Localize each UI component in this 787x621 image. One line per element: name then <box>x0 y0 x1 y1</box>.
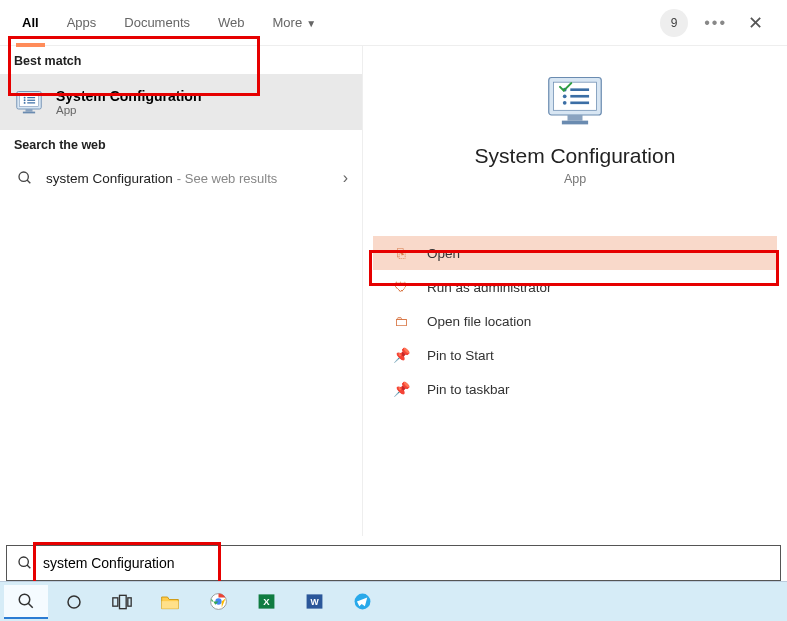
details-header: System Configuration App <box>363 66 787 186</box>
svg-rect-8 <box>27 100 35 101</box>
svg-rect-30 <box>162 601 179 609</box>
svg-rect-19 <box>570 88 589 91</box>
svg-text:X: X <box>263 596 270 607</box>
details-title: System Configuration <box>475 144 676 168</box>
results-panel: Best match System Configuration <box>0 46 363 536</box>
best-match-header: Best match <box>0 46 362 74</box>
svg-point-17 <box>563 94 567 98</box>
search-icon <box>17 555 33 571</box>
topbar-right: 9 ••• ✕ <box>660 9 779 37</box>
svg-point-24 <box>19 594 30 605</box>
action-open[interactable]: ⎘ Open <box>373 236 777 270</box>
chevron-right-icon: › <box>343 169 348 187</box>
search-icon <box>14 163 36 193</box>
search-web-header: Search the web <box>0 130 362 158</box>
tab-more[interactable]: More▼ <box>259 0 331 46</box>
pin-icon: 📌 <box>391 347 411 363</box>
chevron-down-icon: ▼ <box>306 18 316 29</box>
result-text: System Configuration App <box>56 88 201 116</box>
action-file-loc-label: Open file location <box>427 314 531 329</box>
taskbar-excel[interactable]: X <box>244 585 288 619</box>
action-open-label: Open <box>427 246 460 261</box>
web-suffix: - See web results <box>177 171 277 186</box>
result-subtitle: App <box>56 104 201 116</box>
action-pin-taskbar[interactable]: 📌 Pin to taskbar <box>373 372 777 406</box>
result-title: System Configuration <box>56 88 201 104</box>
details-panel: System Configuration App ⎘ Open 🛡 Run as… <box>363 46 787 536</box>
web-result-row[interactable]: system Configuration - See web results › <box>0 158 362 198</box>
filter-tabs: All Apps Documents Web More▼ <box>8 0 330 46</box>
pin-icon: 📌 <box>391 381 411 397</box>
taskbar-file-explorer[interactable] <box>148 585 192 619</box>
svg-rect-15 <box>562 121 588 125</box>
action-run-admin[interactable]: 🛡 Run as administrator <box>373 270 777 304</box>
search-topbar: All Apps Documents Web More▼ 9 ••• ✕ <box>0 0 787 46</box>
msconfig-icon <box>14 87 44 117</box>
details-subtitle: App <box>564 172 586 186</box>
svg-rect-21 <box>570 102 589 105</box>
svg-point-26 <box>68 596 80 608</box>
tab-more-label: More <box>273 15 303 30</box>
svg-line-25 <box>28 603 33 608</box>
action-pin-taskbar-label: Pin to taskbar <box>427 382 510 397</box>
more-options-button[interactable]: ••• <box>704 14 727 32</box>
main-area: Best match System Configuration <box>0 46 787 536</box>
svg-point-10 <box>19 172 28 181</box>
actions-list: ⎘ Open 🛡 Run as administrator 🗀 Open fil… <box>363 236 787 406</box>
taskbar-search-button[interactable] <box>4 585 48 619</box>
action-open-file-location[interactable]: 🗀 Open file location <box>373 304 777 338</box>
tab-web[interactable]: Web <box>204 0 259 46</box>
open-icon: ⎘ <box>391 245 411 261</box>
shield-icon: 🛡 <box>391 279 411 295</box>
result-system-configuration[interactable]: System Configuration App <box>0 74 362 130</box>
svg-rect-27 <box>113 597 118 605</box>
svg-rect-20 <box>570 95 589 98</box>
svg-line-23 <box>27 565 30 568</box>
svg-rect-2 <box>26 109 33 112</box>
taskbar-word[interactable]: W <box>292 585 336 619</box>
taskbar-taskview-button[interactable] <box>100 585 144 619</box>
svg-point-5 <box>24 99 26 101</box>
svg-rect-9 <box>27 102 35 103</box>
svg-point-4 <box>24 97 26 99</box>
tab-all[interactable]: All <box>8 0 53 46</box>
svg-text:W: W <box>310 597 319 607</box>
taskbar-cortana-button[interactable] <box>52 585 96 619</box>
taskbar: X W <box>0 581 787 621</box>
svg-rect-14 <box>568 115 583 121</box>
action-run-admin-label: Run as administrator <box>427 280 552 295</box>
msconfig-large-icon <box>545 70 605 130</box>
search-input[interactable] <box>43 555 770 571</box>
web-query-text: system Configuration <box>46 171 173 186</box>
folder-icon: 🗀 <box>391 313 411 329</box>
svg-point-18 <box>563 101 567 105</box>
svg-rect-3 <box>23 112 35 114</box>
action-pin-start-label: Pin to Start <box>427 348 494 363</box>
tab-apps[interactable]: Apps <box>53 0 111 46</box>
tab-documents[interactable]: Documents <box>110 0 204 46</box>
svg-point-22 <box>19 557 28 566</box>
close-button[interactable]: ✕ <box>743 12 767 34</box>
svg-line-11 <box>27 180 30 183</box>
svg-rect-28 <box>120 595 127 608</box>
rewards-badge[interactable]: 9 <box>660 9 688 37</box>
svg-rect-7 <box>27 97 35 98</box>
svg-point-6 <box>24 102 26 104</box>
svg-rect-29 <box>128 597 131 605</box>
taskbar-telegram[interactable] <box>340 585 384 619</box>
search-bar[interactable] <box>6 545 781 581</box>
action-pin-start[interactable]: 📌 Pin to Start <box>373 338 777 372</box>
taskbar-chrome[interactable] <box>196 585 240 619</box>
